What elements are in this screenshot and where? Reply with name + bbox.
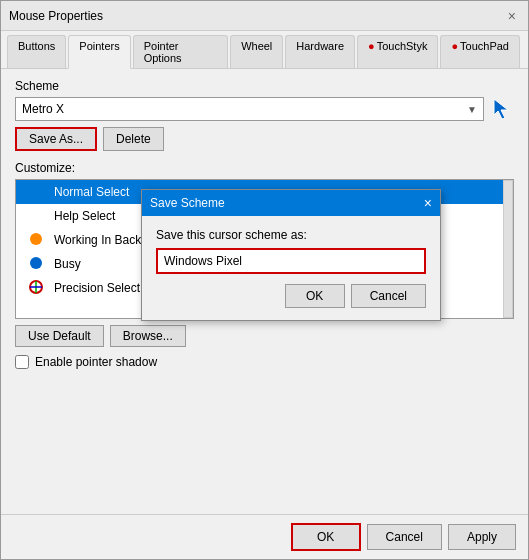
- chevron-down-icon: ▼: [467, 104, 477, 115]
- cancel-button[interactable]: Cancel: [367, 524, 442, 550]
- browse-button[interactable]: Browse...: [110, 325, 186, 347]
- svg-marker-0: [494, 99, 508, 119]
- bottom-bar: OK Cancel Apply: [1, 514, 528, 559]
- scheme-name-input[interactable]: [156, 248, 426, 274]
- title-bar: Mouse Properties ×: [1, 1, 528, 31]
- tab-hardware[interactable]: Hardware: [285, 35, 355, 68]
- scheme-row: Metro X ▼: [15, 97, 514, 121]
- use-default-button[interactable]: Use Default: [15, 325, 104, 347]
- tab-bar: Buttons Pointers Pointer Options Wheel H…: [1, 31, 528, 69]
- ok-button[interactable]: OK: [291, 523, 361, 551]
- busy-icon: [24, 257, 48, 272]
- tab-touchpad[interactable]: ●TouchPad: [440, 35, 520, 68]
- window-title: Mouse Properties: [9, 9, 103, 23]
- scheme-value: Metro X: [22, 102, 64, 116]
- scrollbar[interactable]: [503, 180, 513, 318]
- tab-pointers[interactable]: Pointers: [68, 35, 130, 69]
- tab-buttons[interactable]: Buttons: [7, 35, 66, 68]
- scheme-dropdown[interactable]: Metro X ▼: [15, 97, 484, 121]
- dialog-ok-button[interactable]: OK: [285, 284, 345, 308]
- dialog-title: Save Scheme: [150, 196, 225, 210]
- pointer-shadow-label: Enable pointer shadow: [35, 355, 157, 369]
- apply-button[interactable]: Apply: [448, 524, 516, 550]
- mouse-properties-window: Mouse Properties × Buttons Pointers Poin…: [0, 0, 529, 560]
- working-icon: [24, 233, 48, 248]
- cursor-arrow-icon: [492, 97, 512, 121]
- dialog-buttons: OK Cancel: [156, 284, 426, 308]
- scheme-label: Scheme: [15, 79, 514, 93]
- scheme-btn-row: Save As... Delete: [15, 127, 514, 151]
- tab-pointer-options[interactable]: Pointer Options: [133, 35, 228, 68]
- close-button[interactable]: ×: [504, 8, 520, 24]
- customize-label: Customize:: [15, 161, 514, 175]
- pointer-shadow-row: Enable pointer shadow: [15, 355, 514, 369]
- tab-wheel[interactable]: Wheel: [230, 35, 283, 68]
- delete-button[interactable]: Delete: [103, 127, 164, 151]
- save-as-button[interactable]: Save As...: [15, 127, 97, 151]
- dialog-close-button[interactable]: ×: [424, 195, 432, 211]
- dialog-instruction: Save this cursor scheme as:: [156, 228, 426, 242]
- dialog-cancel-button[interactable]: Cancel: [351, 284, 426, 308]
- dialog-body: Save this cursor scheme as: OK Cancel: [142, 216, 440, 320]
- save-scheme-dialog: Save Scheme × Save this cursor scheme as…: [141, 189, 441, 321]
- dialog-title-bar: Save Scheme ×: [142, 190, 440, 216]
- tab-touchstyk[interactable]: ●TouchStyk: [357, 35, 438, 68]
- precision-icon: [24, 279, 48, 298]
- cursor-preview: [490, 97, 514, 121]
- pointer-shadow-checkbox[interactable]: [15, 355, 29, 369]
- scheme-section: Scheme Metro X ▼ Save As... Delete: [15, 79, 514, 151]
- main-content: Scheme Metro X ▼ Save As... Delete: [1, 69, 528, 514]
- cursor-action-row: Use Default Browse...: [15, 325, 514, 347]
